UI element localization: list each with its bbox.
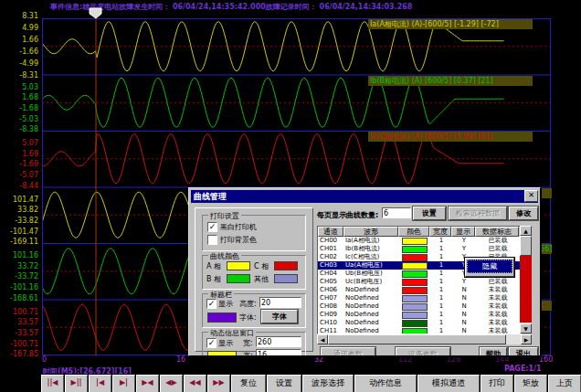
comm-params-button[interactable]: 通讯参数 (321, 347, 375, 356)
nav-button-6[interactable]: ◀◀ (184, 375, 206, 392)
v-scrollbar[interactable]: ▲ ▼ (520, 226, 532, 333)
scroll-left-icon[interactable]: ◀ (317, 334, 328, 344)
scroll-down-icon[interactable]: ▼ (520, 323, 532, 334)
cell: CH04 (318, 270, 343, 278)
font-button[interactable]: 字体 (261, 310, 298, 323)
x-tick: 160 (539, 355, 553, 364)
axis-value: 1.69 (0, 151, 38, 158)
print-bg-checkbox[interactable] (207, 235, 217, 245)
axis-value: -167.85 (0, 351, 38, 358)
table-row-CH08[interactable]: CH08NoDefined1N未装载 (318, 302, 521, 311)
cell: 未装载 (475, 286, 519, 294)
axis-value: -101.16 (0, 284, 38, 291)
table-row-CH00[interactable]: CH00Ia(A相电流)1Y已装载 (318, 237, 521, 245)
nav-button-1[interactable]: ▶|| (65, 375, 88, 392)
cell: CH10 (318, 319, 343, 327)
axis-value: -4.99 (0, 60, 38, 68)
column-header[interactable]: 宽度 (429, 227, 451, 237)
cell: NoDefined (343, 327, 398, 334)
cell: CH07 (318, 294, 343, 302)
v-scroll-channel-active[interactable] (520, 256, 532, 323)
phase-other-label: 其他 (254, 274, 269, 284)
h-scroll-thumb[interactable] (328, 334, 506, 344)
color-cell (398, 302, 429, 311)
nav-button-2[interactable]: |◀ (89, 375, 111, 392)
table-row-CH01[interactable]: CH01Ib(B相电流)1Y已装载 (318, 245, 521, 253)
axis-value: -1.66 (0, 48, 38, 56)
v-scroll-thumb[interactable] (520, 236, 532, 256)
exit-button[interactable]: 退出 (509, 347, 538, 356)
phase-other-swatch[interactable] (274, 274, 298, 283)
per-page-input[interactable] (382, 207, 411, 218)
print-bg-label: 打印背景色 (220, 235, 257, 245)
table-row-CH11[interactable]: CH11NoDefined1N未装载 (318, 327, 521, 334)
table-row-CH09[interactable]: CH09NoDefined1N未装载 (318, 311, 521, 319)
nav-button-0[interactable]: ||◀ (41, 375, 64, 392)
cell: N (451, 294, 475, 302)
nav-button-3[interactable]: ▶| (112, 375, 135, 392)
toolbar-模拟通道[interactable]: 模拟通道 (417, 375, 480, 392)
cell: CH05 (318, 278, 343, 286)
color-cell (398, 270, 429, 278)
channel-color-swatch (402, 320, 428, 327)
toolbar-波形选择[interactable]: 波形选择 (302, 375, 354, 392)
table-row-CH06[interactable]: CH06NoDefined1N未装载 (318, 286, 521, 294)
device-params-button[interactable]: 设备参数 (396, 347, 450, 356)
nav-button-5[interactable]: ◀▶ (160, 375, 183, 392)
help-button[interactable]: 帮助 (480, 347, 507, 356)
modify-button[interactable]: 修改 (509, 207, 538, 220)
phase-c-swatch[interactable] (274, 261, 298, 270)
cell: CH00 (318, 237, 343, 245)
menu-item-hide[interactable]: 隐藏 (467, 260, 512, 273)
x-tick: 112 (398, 355, 412, 364)
channel-color-swatch (402, 246, 428, 253)
color-cell (398, 319, 429, 327)
cell: 1 (429, 319, 451, 327)
nav-button-7[interactable]: ▶▶ (207, 375, 230, 392)
channel-color-swatch (402, 287, 428, 294)
titlebar-show-checkbox[interactable]: ✓ (206, 299, 217, 309)
x-tick: 144 (495, 355, 509, 364)
toolbar-矩放[interactable]: 矩放 (514, 375, 547, 392)
bottom-toolbar: ||◀▶|||◀▶|▶◀◀▶◀◀▶▶复位设置波形选择动作信息模拟通道打印矩放上页… (41, 375, 581, 392)
dialog-titlebar[interactable]: 曲线管理 (191, 190, 538, 203)
close-icon[interactable]: ✕ (524, 190, 538, 202)
table-row-CH10[interactable]: CH10NoDefined1N未装载 (318, 319, 521, 327)
toolbar-上页[interactable]: 上页 (548, 375, 581, 392)
column-header[interactable]: 显示 (451, 227, 475, 237)
titlebar-height-input[interactable] (259, 297, 301, 308)
axis-value: -168.61 (0, 295, 38, 302)
retrieve-remote-button[interactable]: 检索远程数据 (449, 207, 507, 220)
toolbar-打印[interactable]: 打印 (481, 375, 513, 392)
column-header[interactable]: 波形 (343, 227, 398, 237)
axis-value: 101.47 (0, 196, 38, 204)
phase-a-swatch[interactable] (227, 261, 250, 270)
scroll-up-icon[interactable]: ▲ (520, 226, 532, 236)
scroll-right-icon[interactable]: ▶ (521, 334, 532, 344)
toolbar-设置[interactable]: 设置 (267, 375, 301, 392)
dyninfo-color-swatch[interactable] (207, 351, 237, 356)
nav-button-4[interactable]: ▶◀ (136, 375, 159, 392)
cell: Y (451, 237, 475, 245)
color-cell (398, 327, 429, 334)
table-row-CH07[interactable]: CH07NoDefined1N未装载 (318, 294, 521, 302)
dyninfo-width-input[interactable] (256, 336, 301, 347)
column-header[interactable]: 数据标志 (475, 227, 519, 237)
color-cell (398, 286, 429, 294)
table-row-CH05[interactable]: CH05Uc(B相电压)1Y已装载 (318, 278, 521, 286)
dyninfo-height-input[interactable] (256, 349, 301, 356)
bw-printer-checkbox[interactable]: ✓ (207, 222, 217, 232)
toolbar-动作信息[interactable]: 动作信息 (354, 375, 417, 392)
dyninfo-show-checkbox[interactable]: ✓ (206, 338, 217, 348)
column-header[interactable]: 颜色 (398, 227, 429, 237)
toolbar-复位[interactable]: 复位 (231, 375, 266, 392)
titlebar-color-swatch[interactable] (207, 313, 237, 323)
set-button[interactable]: 设置 (413, 207, 446, 220)
column-header[interactable]: 通道 (318, 227, 343, 237)
phase-b-swatch[interactable] (227, 274, 250, 283)
time-cursor-flag[interactable] (89, 7, 103, 19)
height-label: 高度: (239, 299, 257, 309)
color-cell (398, 245, 429, 253)
cell: CH11 (318, 327, 343, 334)
h-scrollbar[interactable]: ◀ ▶ (317, 334, 532, 344)
